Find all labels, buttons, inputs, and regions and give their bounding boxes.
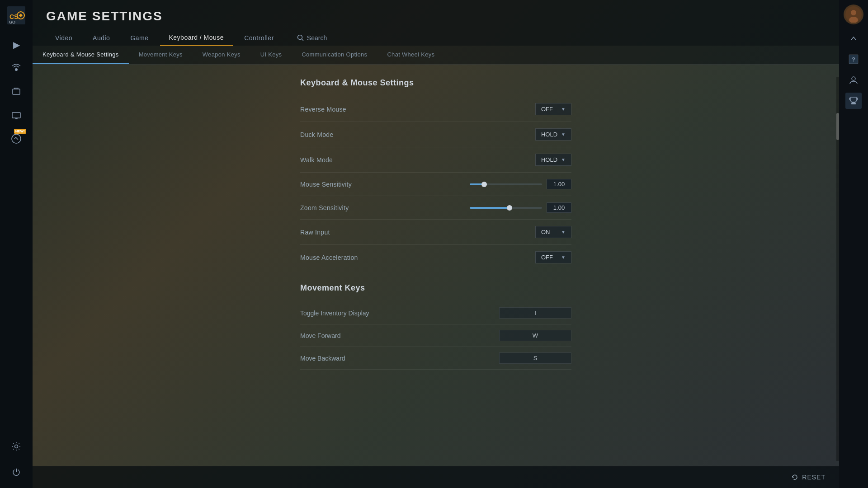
- sub-tab-chat-wheel-keys[interactable]: Chat Wheel Keys: [377, 46, 444, 64]
- right-person-icon[interactable]: [845, 72, 862, 88]
- user-avatar[interactable]: [844, 5, 863, 24]
- search-button[interactable]: Search: [290, 32, 334, 44]
- reset-icon: [791, 474, 798, 481]
- move-forward-row: Move Forward W: [300, 324, 571, 347]
- tab-audio[interactable]: Audio: [84, 31, 119, 45]
- right-trophy-icon[interactable]: [845, 93, 862, 109]
- raw-input-value: ON ▼: [535, 226, 571, 238]
- mouse-acceleration-label: Mouse Acceleration: [300, 254, 358, 261]
- reverse-mouse-arrow: ▼: [561, 107, 566, 112]
- right-sidebar: ?: [839, 0, 868, 488]
- sidebar-play-button[interactable]: ▶: [7, 36, 25, 54]
- mouse-sensitivity-control: 1.00: [470, 179, 571, 189]
- svg-text:?: ?: [852, 56, 855, 63]
- sub-tab-weapon-keys[interactable]: Weapon Keys: [193, 46, 250, 64]
- mouse-sensitivity-track[interactable]: [470, 183, 542, 185]
- reverse-mouse-current: OFF: [541, 106, 553, 113]
- raw-input-label: Raw Input: [300, 229, 330, 236]
- zoom-sensitivity-value[interactable]: 1.00: [547, 202, 571, 213]
- top-nav: Video Audio Game Keyboard / Mouse Contro…: [46, 30, 839, 46]
- duck-mode-label: Duck Mode: [300, 131, 334, 138]
- raw-input-current: ON: [541, 229, 550, 235]
- tab-controller[interactable]: Controller: [235, 31, 283, 45]
- raw-input-arrow: ▼: [561, 230, 566, 235]
- sub-tab-comm-options[interactable]: Communication Options: [292, 46, 377, 64]
- duck-mode-dropdown[interactable]: HOLD ▼: [535, 128, 571, 141]
- sub-nav: Keyboard & Mouse Settings Movement Keys …: [33, 46, 839, 65]
- duck-mode-arrow: ▼: [561, 132, 566, 137]
- svg-point-11: [851, 10, 856, 15]
- kb-mouse-section: Keyboard & Mouse Settings Reverse Mouse …: [300, 78, 571, 270]
- mouse-sensitivity-value[interactable]: 1.00: [547, 179, 571, 189]
- tab-video[interactable]: Video: [46, 31, 81, 45]
- left-sidebar: CS: GO ▶ NEW!: [0, 0, 33, 488]
- sub-tab-ui-keys[interactable]: UI Keys: [250, 46, 292, 64]
- main-content: GAME SETTINGS Video Audio Game Keyboard …: [33, 0, 839, 488]
- reverse-mouse-value: OFF ▼: [535, 103, 571, 115]
- zoom-sensitivity-control: 1.00: [470, 202, 571, 213]
- settings-scroll-area[interactable]: Keyboard & Mouse Settings Reverse Mouse …: [33, 65, 839, 466]
- reverse-mouse-row: Reverse Mouse OFF ▼: [300, 97, 571, 122]
- walk-mode-label: Walk Mode: [300, 156, 333, 164]
- walk-mode-dropdown[interactable]: HOLD ▼: [535, 154, 571, 166]
- svg-point-9: [297, 35, 302, 40]
- walk-mode-current: HOLD: [541, 156, 557, 163]
- svg-point-7: [12, 134, 21, 143]
- tab-keyboard-mouse[interactable]: Keyboard / Mouse: [160, 30, 233, 46]
- tab-game[interactable]: Game: [121, 31, 157, 45]
- right-chevron-up-icon[interactable]: [845, 30, 862, 47]
- zoom-sensitivity-track[interactable]: [470, 207, 542, 209]
- mouse-sensitivity-thumb[interactable]: [481, 182, 487, 187]
- sidebar-inventory-icon[interactable]: [7, 83, 25, 101]
- svg-rect-6: [12, 113, 20, 118]
- duck-mode-row: Duck Mode HOLD ▼: [300, 122, 571, 147]
- svg-text:GO: GO: [9, 20, 15, 24]
- sidebar-broadcast-icon[interactable]: [7, 59, 25, 77]
- duck-mode-value: HOLD ▼: [535, 128, 571, 141]
- toggle-inventory-row: Toggle Inventory Display I: [300, 302, 571, 324]
- reverse-mouse-dropdown[interactable]: OFF ▼: [535, 103, 571, 115]
- move-backward-label: Move Backward: [300, 355, 345, 362]
- duck-mode-current: HOLD: [541, 131, 557, 138]
- move-backward-row: Move Backward S: [300, 347, 571, 370]
- sidebar-new-item-icon[interactable]: NEW!: [7, 130, 25, 148]
- svg-point-4: [15, 68, 18, 71]
- search-label: Search: [307, 34, 327, 42]
- walk-mode-arrow: ▼: [561, 157, 566, 162]
- new-badge-label: NEW!: [14, 129, 26, 134]
- mouse-acceleration-row: Mouse Acceleration OFF ▼: [300, 245, 571, 270]
- zoom-sensitivity-row: Zoom Sensitivity 1.00: [300, 196, 571, 220]
- right-help-icon[interactable]: ?: [845, 51, 862, 67]
- mouse-acceleration-value: OFF ▼: [535, 251, 571, 263]
- svg-rect-5: [13, 89, 20, 94]
- sidebar-tv-icon[interactable]: [7, 106, 25, 124]
- mouse-sensitivity-row: Mouse Sensitivity 1.00: [300, 173, 571, 196]
- mouse-acceleration-current: OFF: [541, 254, 553, 261]
- zoom-sensitivity-thumb[interactable]: [507, 205, 512, 211]
- page-title: GAME SETTINGS: [46, 9, 839, 23]
- raw-input-dropdown[interactable]: ON ▼: [535, 226, 571, 238]
- sub-tab-movement-keys[interactable]: Movement Keys: [129, 46, 193, 64]
- svg-rect-16: [851, 103, 856, 104]
- raw-input-row: Raw Input ON ▼: [300, 220, 571, 245]
- movement-section-title: Movement Keys: [300, 283, 571, 293]
- sub-tab-kb-mouse-settings[interactable]: Keyboard & Mouse Settings: [33, 46, 129, 64]
- move-backward-key[interactable]: S: [499, 352, 571, 364]
- bottom-bar: RESET: [33, 466, 839, 488]
- zoom-sensitivity-label: Zoom Sensitivity: [300, 204, 349, 211]
- reset-label: RESET: [802, 474, 826, 481]
- sidebar-settings-icon[interactable]: [7, 437, 25, 455]
- mouse-acceleration-dropdown[interactable]: OFF ▼: [535, 251, 571, 263]
- reverse-mouse-label: Reverse Mouse: [300, 106, 346, 113]
- sidebar-power-icon[interactable]: [7, 463, 25, 481]
- kb-mouse-section-title: Keyboard & Mouse Settings: [300, 78, 571, 88]
- walk-mode-value: HOLD ▼: [535, 154, 571, 166]
- toggle-inventory-key[interactable]: I: [499, 307, 571, 319]
- toggle-inventory-label: Toggle Inventory Display: [300, 310, 369, 317]
- csgo-logo[interactable]: CS: GO: [5, 5, 27, 26]
- reset-button[interactable]: RESET: [791, 474, 826, 481]
- page-header: GAME SETTINGS Video Audio Game Keyboard …: [33, 0, 839, 46]
- move-forward-label: Move Forward: [300, 332, 340, 339]
- svg-point-15: [852, 77, 855, 80]
- move-forward-key[interactable]: W: [499, 330, 571, 341]
